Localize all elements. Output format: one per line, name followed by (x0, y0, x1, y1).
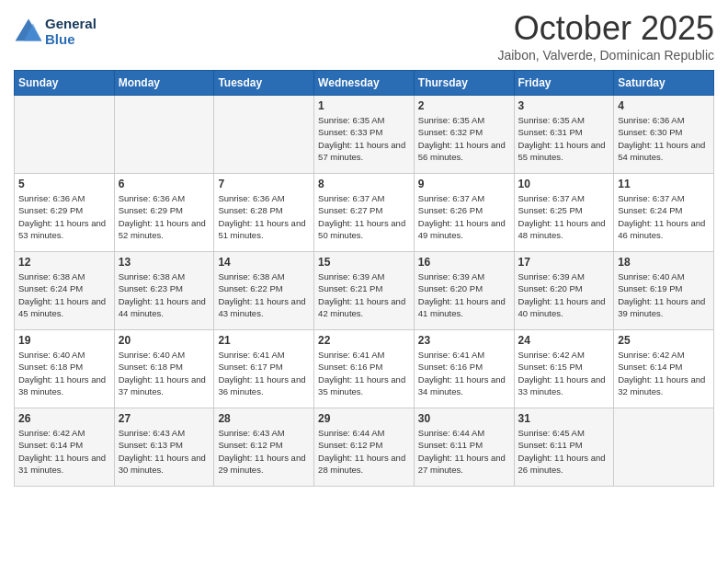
day-info: Sunrise: 6:35 AMSunset: 6:31 PMDaylight:… (518, 114, 610, 163)
day-info: Sunrise: 6:41 AMSunset: 6:16 PMDaylight:… (318, 349, 410, 397)
sunset-text: Sunset: 6:18 PM (119, 362, 183, 372)
sunset-text: Sunset: 6:33 PM (318, 127, 382, 137)
sunrise-text: Sunrise: 6:43 AM (119, 428, 185, 438)
calendar-cell: 27Sunrise: 6:43 AMSunset: 6:13 PMDayligh… (114, 408, 214, 487)
sunrise-text: Sunrise: 6:43 AM (218, 428, 284, 438)
calendar-cell: 31Sunrise: 6:45 AMSunset: 6:11 PMDayligh… (514, 408, 614, 487)
day-info: Sunrise: 6:35 AMSunset: 6:32 PMDaylight:… (418, 114, 510, 163)
calendar-cell: 2Sunrise: 6:35 AMSunset: 6:32 PMDaylight… (414, 96, 514, 174)
day-number: 21 (218, 334, 310, 347)
header-saturday: Saturday (614, 71, 714, 96)
calendar-cell: 29Sunrise: 6:44 AMSunset: 6:12 PMDayligh… (314, 408, 415, 487)
sunset-text: Sunset: 6:24 PM (18, 283, 83, 293)
sunset-text: Sunset: 6:22 PM (218, 283, 282, 293)
sunset-text: Sunset: 6:12 PM (318, 440, 382, 450)
day-number: 24 (518, 334, 610, 347)
daylight-text: Daylight: 11 hours and 30 minutes. (119, 453, 206, 475)
daylight-text: Daylight: 11 hours and 32 minutes. (618, 374, 705, 396)
calendar-cell: 30Sunrise: 6:44 AMSunset: 6:11 PMDayligh… (414, 408, 514, 487)
day-info: Sunrise: 6:41 AMSunset: 6:16 PMDaylight:… (418, 349, 510, 397)
sunset-text: Sunset: 6:24 PM (618, 205, 682, 215)
sunset-text: Sunset: 6:13 PM (119, 440, 183, 450)
calendar-table: SundayMondayTuesdayWednesdayThursdayFrid… (14, 70, 714, 487)
sunset-text: Sunset: 6:31 PM (518, 127, 583, 137)
daylight-text: Daylight: 11 hours and 57 minutes. (318, 140, 405, 162)
calendar-cell: 21Sunrise: 6:41 AMSunset: 6:17 PMDayligh… (214, 330, 314, 408)
day-number: 28 (218, 412, 310, 425)
day-number: 23 (418, 334, 510, 347)
day-number: 6 (119, 178, 210, 190)
day-number: 15 (318, 256, 410, 269)
daylight-text: Daylight: 11 hours and 51 minutes. (218, 218, 305, 240)
sunset-text: Sunset: 6:16 PM (418, 362, 483, 372)
day-number: 13 (119, 256, 210, 269)
day-number: 27 (119, 412, 210, 425)
page-header: General Blue October 2025 Jaibon, Valver… (14, 9, 714, 63)
calendar-cell: 9Sunrise: 6:37 AMSunset: 6:26 PMDaylight… (414, 174, 514, 252)
daylight-text: Daylight: 11 hours and 29 minutes. (218, 453, 305, 475)
daylight-text: Daylight: 11 hours and 35 minutes. (318, 374, 405, 396)
day-info: Sunrise: 6:37 AMSunset: 6:24 PMDaylight:… (618, 192, 710, 241)
sunrise-text: Sunrise: 6:38 AM (218, 271, 284, 282)
sunrise-text: Sunrise: 6:36 AM (119, 193, 185, 203)
sunrise-text: Sunrise: 6:37 AM (318, 193, 384, 203)
calendar-cell: 8Sunrise: 6:37 AMSunset: 6:27 PMDaylight… (314, 174, 415, 252)
sunset-text: Sunset: 6:23 PM (119, 283, 183, 293)
calendar-cell (114, 96, 214, 174)
sunrise-text: Sunrise: 6:35 AM (518, 115, 585, 125)
sunset-text: Sunset: 6:26 PM (418, 205, 483, 215)
sunrise-text: Sunrise: 6:42 AM (18, 428, 85, 438)
header-tuesday: Tuesday (214, 71, 314, 96)
logo-line2: Blue (45, 32, 97, 48)
day-number: 16 (418, 256, 510, 269)
day-info: Sunrise: 6:43 AMSunset: 6:12 PMDaylight:… (218, 427, 310, 476)
sunset-text: Sunset: 6:11 PM (418, 440, 483, 450)
title-block: October 2025 Jaibon, Valverde, Dominican… (497, 9, 714, 63)
sunrise-text: Sunrise: 6:37 AM (418, 193, 484, 203)
day-info: Sunrise: 6:40 AMSunset: 6:18 PMDaylight:… (119, 349, 210, 397)
sunrise-text: Sunrise: 6:39 AM (418, 271, 484, 282)
calendar-cell: 11Sunrise: 6:37 AMSunset: 6:24 PMDayligh… (614, 174, 714, 252)
sunrise-text: Sunrise: 6:41 AM (318, 350, 384, 360)
calendar-cell (214, 96, 314, 174)
calendar-cell: 26Sunrise: 6:42 AMSunset: 6:14 PMDayligh… (15, 408, 115, 487)
daylight-text: Daylight: 11 hours and 28 minutes. (318, 453, 405, 475)
sunrise-text: Sunrise: 6:44 AM (418, 428, 484, 438)
calendar-cell: 25Sunrise: 6:42 AMSunset: 6:14 PMDayligh… (614, 330, 714, 408)
header-sunday: Sunday (15, 71, 115, 96)
day-number: 30 (418, 412, 510, 425)
sunrise-text: Sunrise: 6:36 AM (618, 115, 684, 125)
daylight-text: Daylight: 11 hours and 36 minutes. (218, 374, 305, 396)
week-row-2: 12Sunrise: 6:38 AMSunset: 6:24 PMDayligh… (15, 252, 714, 330)
sunrise-text: Sunrise: 6:41 AM (218, 350, 284, 360)
sunrise-text: Sunrise: 6:42 AM (618, 350, 684, 360)
day-info: Sunrise: 6:37 AMSunset: 6:25 PMDaylight:… (518, 192, 610, 241)
day-number: 29 (318, 412, 410, 425)
day-number: 7 (218, 178, 310, 190)
header-thursday: Thursday (414, 71, 514, 96)
sunrise-text: Sunrise: 6:38 AM (119, 271, 185, 282)
week-row-1: 5Sunrise: 6:36 AMSunset: 6:29 PMDaylight… (15, 174, 714, 252)
calendar-cell: 6Sunrise: 6:36 AMSunset: 6:29 PMDaylight… (114, 174, 214, 252)
day-info: Sunrise: 6:42 AMSunset: 6:15 PMDaylight:… (518, 349, 610, 397)
location: Jaibon, Valverde, Dominican Republic (497, 48, 714, 63)
daylight-text: Daylight: 11 hours and 33 minutes. (518, 374, 606, 396)
day-number: 8 (318, 178, 410, 190)
daylight-text: Daylight: 11 hours and 49 minutes. (418, 218, 506, 240)
sunset-text: Sunset: 6:20 PM (518, 283, 583, 293)
day-info: Sunrise: 6:36 AMSunset: 6:29 PMDaylight:… (119, 192, 210, 241)
calendar-cell: 5Sunrise: 6:36 AMSunset: 6:29 PMDaylight… (15, 174, 115, 252)
calendar-cell: 15Sunrise: 6:39 AMSunset: 6:21 PMDayligh… (314, 252, 415, 330)
day-info: Sunrise: 6:37 AMSunset: 6:27 PMDaylight:… (318, 192, 410, 241)
logo: General Blue (14, 17, 97, 47)
calendar-cell (614, 408, 714, 487)
day-number: 2 (418, 99, 510, 112)
calendar-cell: 14Sunrise: 6:38 AMSunset: 6:22 PMDayligh… (214, 252, 314, 330)
day-info: Sunrise: 6:45 AMSunset: 6:11 PMDaylight:… (518, 427, 610, 476)
sunset-text: Sunset: 6:20 PM (418, 283, 483, 293)
day-info: Sunrise: 6:42 AMSunset: 6:14 PMDaylight:… (618, 349, 710, 397)
sunrise-text: Sunrise: 6:42 AM (518, 350, 585, 360)
week-row-3: 19Sunrise: 6:40 AMSunset: 6:18 PMDayligh… (15, 330, 714, 408)
daylight-text: Daylight: 11 hours and 56 minutes. (418, 140, 506, 162)
sunset-text: Sunset: 6:16 PM (318, 362, 382, 372)
